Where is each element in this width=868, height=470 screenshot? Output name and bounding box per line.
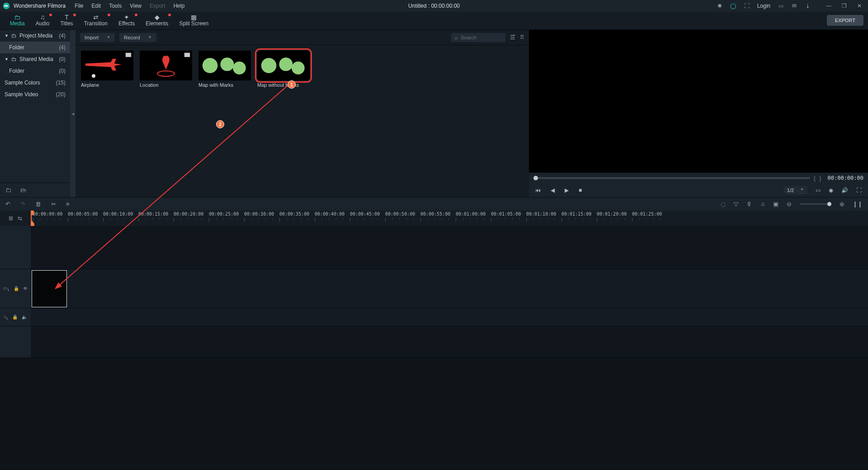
browser-toolbar: Import▼ Record▼ ⌕Search ☰̄ ⠿ [75,30,529,45]
ruler-tick: 00:01:05:00 [491,212,521,216]
audio-track-index: 1 [6,316,8,320]
tab-elements[interactable]: ◆Elements [140,12,174,29]
menu-help[interactable]: Help [174,3,185,9]
clip-drop-placeholder[interactable] [32,270,67,307]
sidebar-item-folder[interactable]: Folder(0) [0,65,70,77]
preview-canvas[interactable] [529,30,868,173]
adjust-button[interactable]: ≡ [66,201,70,207]
audio-track-lane[interactable] [31,308,868,326]
track-lane[interactable] [31,326,868,357]
mute-icon[interactable]: 🔈 [22,315,27,320]
timeline-ruler[interactable]: 00:00:00:0000:00:05:0000:00:10:0000:00:1… [31,211,868,226]
play-indicator [92,74,95,78]
menu-tools[interactable]: Tools [109,3,122,9]
step-back-button[interactable]: ⏮ [535,187,541,193]
media-thumb-map-with-marks[interactable]: Map with Marks [198,51,251,88]
message-icon[interactable]: ✉ [791,3,797,9]
tab-split-screen[interactable]: ▦Split Screen [174,12,214,29]
tips-icon[interactable]: ✺ [717,3,723,9]
gift-icon[interactable]: ⛶ [744,3,750,9]
render-icon[interactable]: ◌ [721,201,726,207]
ruler-minor-tick [357,218,358,220]
play-button[interactable]: ▶ [565,187,569,193]
fullscreen-icon[interactable]: ⛶ [856,187,862,193]
sidebar-item-project-media[interactable]: ▼🗀Project Media(4) [0,30,70,42]
preview-scale-dropdown[interactable]: 1/2▼ [783,186,807,194]
tab-effects[interactable]: ✦Effects [113,12,140,29]
sidebar-item-sample-video[interactable]: Sample Video(20) [0,89,70,100]
marker-shield-icon[interactable]: ▽ [734,201,738,207]
ruler-minor-tick [364,218,364,220]
filter-icon[interactable]: ☰̄ [510,34,515,41]
split-button[interactable]: ✂ [51,201,56,207]
sidebar-item-count: (4) [59,44,66,51]
audio-mixer-icon[interactable]: ♫ [760,201,765,207]
preview-quality-icon[interactable]: ▭ [816,187,821,193]
link-tracks-icon[interactable]: ⇆ [18,215,22,221]
ruler-minor-tick [287,218,287,220]
tab-media[interactable]: 🗀Media [5,12,30,29]
play-back-button[interactable]: ◀ [551,187,555,193]
mark-out-icon[interactable]: } [819,175,821,182]
sidebar-item-sample-colors[interactable]: Sample Colors(15) [0,77,70,89]
video-track-icon[interactable]: ▭1 [3,286,9,292]
support-icon[interactable]: ◯ [730,3,736,9]
chevron-down-icon: ▼ [5,57,9,61]
sidebar-collapse-button[interactable]: ◂ [70,30,75,197]
media-thumb-airplane[interactable]: Airplane [81,51,133,88]
menu-file[interactable]: File [75,3,83,9]
tab-titles[interactable]: TTitles [55,12,78,29]
window-close-button[interactable]: ✕ [854,1,865,10]
scrub-head[interactable] [533,176,538,180]
voiceover-icon[interactable]: 🎙 [746,201,752,207]
redo-button[interactable]: ↷ [20,201,25,207]
ruler-gutter: ⊞ ⇆ [0,211,31,226]
media-thumb-location[interactable]: Location [140,51,192,88]
menu-export[interactable]: Export [150,3,165,9]
stop-button[interactable]: ■ [579,187,582,193]
login-link[interactable]: Login [757,3,770,9]
playhead-handle[interactable] [31,220,36,226]
sidebar-item-shared-media[interactable]: ▼🗀Shared Media(0) [0,53,70,65]
window-maximize-button[interactable]: ❐ [838,1,850,10]
zoom-slider[interactable] [800,203,831,205]
ruler-minor-tick [399,218,400,220]
media-thumb-map-without-marks[interactable]: Map without Marks [257,51,310,88]
lock-icon[interactable]: 🔒 [14,286,19,291]
scrub-slider[interactable] [533,177,810,179]
menu-view[interactable]: View [130,3,142,9]
delete-folder-icon[interactable]: 🗁 [20,187,26,193]
export-button[interactable]: EXPORT [827,15,863,26]
undo-button[interactable]: ↶ [5,201,10,207]
zoom-in-icon[interactable]: ⊕ [840,201,844,207]
snapshot-icon[interactable]: ◉ [829,187,833,193]
tab-audio[interactable]: ♫Audio [30,12,55,29]
delete-button[interactable]: 🗑 [35,201,41,207]
download-icon[interactable]: ⭳ [805,3,811,9]
record-dropdown[interactable]: Record▼ [119,33,156,42]
crop-icon[interactable]: ▣ [773,201,778,207]
new-folder-icon[interactable]: 🗀 [5,187,11,193]
grid-view-icon[interactable]: ⠿ [520,34,524,41]
menu-edit[interactable]: Edit [92,3,101,9]
zoom-out-icon[interactable]: ⊖ [787,201,792,207]
volume-icon[interactable]: 🔊 [841,187,848,193]
window-minimize-button[interactable]: — [823,1,835,10]
mark-in-icon[interactable]: { [814,175,816,182]
lock-icon[interactable]: 🔒 [12,315,18,320]
eye-icon[interactable]: 👁 [23,286,28,291]
media-browser: Import▼ Record▼ ⌕Search ☰̄ ⠿ AirplaneLoc… [75,30,529,197]
chevron-down-icon: ▼ [107,35,110,39]
sidebar-item-folder[interactable]: Folder(4) [0,42,70,53]
track-lane[interactable] [31,226,868,269]
zoom-fit-icon[interactable]: ❙❙ [853,201,863,207]
import-dropdown[interactable]: Import▼ [80,33,115,42]
track-options-icon[interactable]: ⊞ [9,215,13,221]
ruler-minor-tick [618,218,618,220]
save-icon[interactable]: ▭ [778,3,784,9]
search-input[interactable]: ⌕Search [451,33,505,42]
zoom-knob[interactable] [827,202,831,206]
tab-transition[interactable]: ⇄Transition [79,12,113,29]
audio-track-icon[interactable]: ♪1 [4,314,8,320]
video-track-lane[interactable] [31,269,868,308]
